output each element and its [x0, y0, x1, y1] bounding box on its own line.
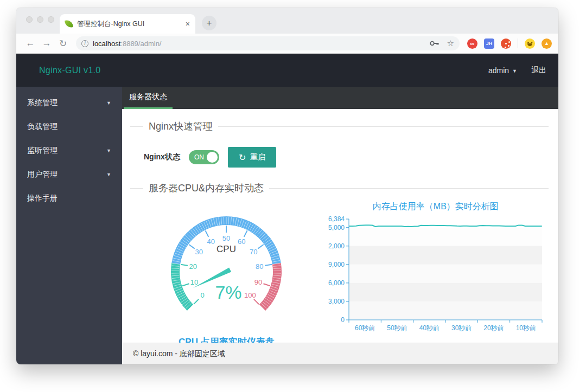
browser-tabstrip: 管理控制台-Nginx GUI × +: [16, 8, 558, 34]
svg-text:0: 0: [201, 291, 205, 299]
sidebar: 系统管理 ▼ 负载管理 监听管理 ▼ 用户管理 ▼ 操作手册: [16, 87, 122, 364]
window-controls[interactable]: [26, 16, 54, 23]
browser-toolbar: ← → ↻ i localhost:8889/admin/ ☆ ∞ JH ▲: [16, 34, 558, 54]
browser-tab-active[interactable]: 管理控制台-Nginx GUI ×: [60, 14, 195, 34]
chevron-down-icon: ▼: [512, 68, 517, 74]
tab-title: 管理控制台-Nginx GUI: [77, 20, 181, 29]
section-title-monitor: 服务器CPU&内存实时动态: [130, 182, 549, 195]
chevron-down-icon: ▼: [106, 172, 111, 177]
sidebar-item-listen[interactable]: 监听管理 ▼: [16, 139, 122, 163]
toggle-knob: [207, 152, 218, 163]
url-path: :8889/admin/: [120, 40, 161, 48]
svg-text:40秒前: 40秒前: [419, 324, 439, 332]
sidebar-item-system[interactable]: 系统管理 ▼: [16, 91, 122, 115]
cpu-gauge-caption: CPU 占用率实时仪表盘: [179, 336, 275, 343]
bookmark-star-icon[interactable]: ☆: [447, 38, 454, 48]
svg-text:50秒前: 50秒前: [387, 324, 407, 332]
close-window-button[interactable]: [26, 16, 33, 23]
chevron-down-icon: ▼: [106, 100, 111, 106]
page-tabbar: 服务器状态: [122, 87, 558, 109]
page-info-icon[interactable]: i: [81, 40, 88, 47]
sidebar-item-user[interactable]: 用户管理 ▼: [16, 163, 122, 187]
leaf-favicon-icon: [65, 20, 73, 28]
restart-button[interactable]: ↻ 重启: [228, 147, 276, 168]
memory-line-chart: 6,3845,0002,0009,0006,0003,000060秒前50秒前4…: [322, 214, 550, 343]
dots-extension-icon[interactable]: [501, 38, 511, 49]
address-bar[interactable]: i localhost:8889/admin/ ☆: [76, 36, 460, 50]
svg-text:70: 70: [250, 248, 257, 256]
svg-text:100: 100: [244, 291, 256, 299]
svg-text:2,000: 2,000: [328, 242, 345, 250]
svg-text:60秒前: 60秒前: [355, 324, 375, 332]
app-brand[interactable]: Nginx-GUI v1.0: [39, 66, 101, 75]
new-tab-button[interactable]: +: [202, 16, 216, 30]
memory-chart-panel: 内存占使用率（MB）实时分析图 6,3845,0002,0009,0006,00…: [323, 197, 549, 343]
svg-text:80: 80: [256, 262, 263, 271]
svg-text:0: 0: [341, 316, 345, 324]
section-title-quick-manage: Nginx快速管理: [130, 120, 549, 133]
forward-icon[interactable]: →: [40, 38, 53, 49]
browser-window: 管理控制台-Nginx GUI × + ← → ↻ i localhost:88…: [16, 8, 558, 364]
page-content: Nginx快速管理 Nginx状态 ON ↻ 重启 服: [122, 109, 558, 343]
minimize-window-button[interactable]: [37, 16, 43, 23]
svg-text:40: 40: [207, 237, 215, 246]
extension-icons: ∞ JH ▲: [467, 38, 552, 49]
chevron-down-icon: ▼: [106, 148, 111, 153]
sidebar-item-load[interactable]: 负载管理: [16, 115, 122, 139]
app-footer: © layui.com - 底部固定区域: [122, 343, 558, 364]
svg-text:50: 50: [222, 234, 230, 242]
user-menu[interactable]: admin▼: [488, 66, 517, 75]
svg-text:20: 20: [189, 262, 197, 271]
tab-close-icon[interactable]: ×: [186, 20, 190, 28]
cpu-gauge-panel: 0102030405060708090100CPU7% CPU 占用率实时仪表盘: [130, 197, 323, 343]
jh-extension-icon[interactable]: JH: [484, 38, 494, 49]
arrow-up-extension-icon[interactable]: ▲: [542, 38, 552, 49]
svg-text:7%: 7%: [215, 282, 242, 303]
tab-server-status[interactable]: 服务器状态: [124, 87, 173, 109]
svg-text:30: 30: [195, 248, 203, 256]
url-text[interactable]: localhost:8889/admin/: [93, 40, 425, 48]
nginx-status-label: Nginx状态: [144, 152, 180, 162]
svg-text:30秒前: 30秒前: [451, 324, 472, 332]
svg-text:60: 60: [238, 237, 245, 246]
nginx-status-toggle[interactable]: ON: [189, 150, 219, 164]
refresh-icon: ↻: [239, 152, 246, 163]
svg-text:6,000: 6,000: [328, 279, 345, 287]
logout-link[interactable]: 退出: [531, 66, 546, 75]
url-host: localhost: [93, 40, 120, 48]
svg-text:20秒前: 20秒前: [483, 324, 504, 332]
smiley-extension-icon[interactable]: [525, 38, 535, 49]
svg-text:CPU: CPU: [216, 244, 236, 254]
nginx-status-row: Nginx状态 ON ↻ 重启: [144, 147, 549, 168]
sidebar-item-manual[interactable]: 操作手册: [16, 187, 122, 210]
svg-text:10: 10: [190, 278, 198, 286]
svg-text:5,000: 5,000: [328, 224, 345, 232]
back-icon[interactable]: ←: [24, 38, 37, 49]
svg-text:90: 90: [254, 278, 262, 286]
reload-icon[interactable]: ↻: [56, 38, 69, 49]
svg-text:9,000: 9,000: [328, 261, 345, 268]
toolbar-separator: [518, 38, 518, 48]
svg-text:6,384: 6,384: [328, 215, 345, 223]
infinity-extension-icon[interactable]: ∞: [467, 38, 477, 49]
cpu-gauge-chart: 0102030405060708090100CPU7%: [156, 211, 297, 335]
svg-text:3,000: 3,000: [328, 298, 345, 305]
app-header: Nginx-GUI v1.0 admin▼ 退出: [16, 54, 558, 87]
svg-text:10秒前: 10秒前: [515, 324, 536, 332]
password-key-icon[interactable]: [430, 40, 440, 47]
memory-chart-title: 内存占使用率（MB）实时分析图: [373, 201, 499, 213]
zoom-window-button[interactable]: [48, 16, 54, 23]
